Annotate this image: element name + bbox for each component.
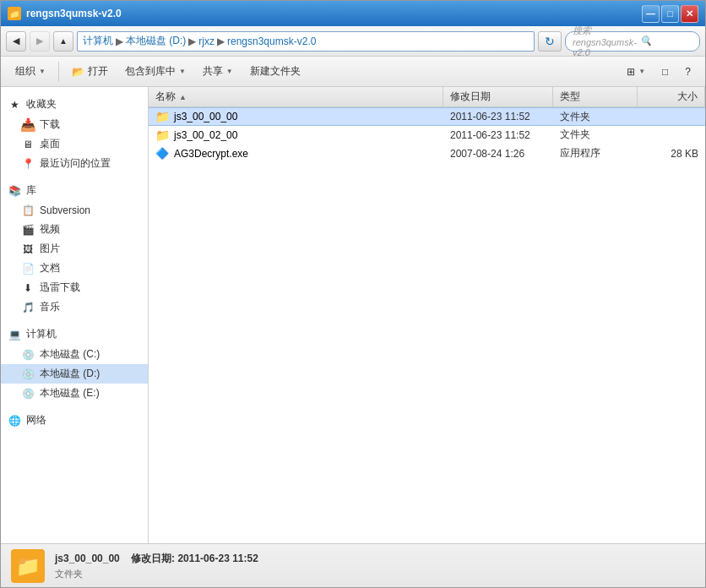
music-label: 音乐 [40, 300, 60, 314]
sidebar-item-desktop[interactable]: 🖥 桌面 [1, 134, 148, 154]
toolbar-separator-1 [58, 62, 59, 82]
sidebar-section-library: 📚 库 📋 Subversion 🎬 视频 🖼 图片 📄 文档 [1, 180, 148, 317]
toolbar: 组织 ▼ 📂 打开 包含到库中 ▼ 共享 ▼ 新建文件夹 ⊞ ▼ □ ? [1, 57, 705, 87]
file-row-2[interactable]: 🔷 AG3Decrypt.exe 2007-08-24 1:26 应用程序 28… [149, 144, 705, 163]
folder-icon-0: 📁 [155, 110, 169, 123]
sidebar-header-library[interactable]: 📚 库 [1, 180, 148, 201]
forward-button[interactable]: ▶ [30, 31, 50, 52]
recent-label: 最近访问的位置 [40, 156, 111, 171]
sidebar-item-subversion[interactable]: 📋 Subversion [1, 201, 148, 220]
view-dropdown-icon: ▼ [638, 68, 645, 75]
file-size-1 [638, 126, 705, 144]
status-name: js3_00_00_00 修改日期: 2011-06-23 11:52 [55, 552, 258, 566]
preview-button[interactable]: □ [654, 60, 676, 84]
addressbar: ◀ ▶ ▲ 计算机 ▶ 本地磁盘 (D:) ▶ rjxz ▶ rengsn3qu… [1, 26, 705, 57]
back-button[interactable]: ◀ [6, 31, 26, 52]
sidebar-item-drive-d[interactable]: 💿 本地磁盘 (D:) [1, 364, 148, 384]
sidebar-item-drive-c[interactable]: 💿 本地磁盘 (C:) [1, 345, 148, 364]
include-button[interactable]: 包含到库中 ▼ [117, 60, 193, 84]
titlebar-buttons: — □ ✕ [642, 5, 698, 23]
new-folder-button[interactable]: 新建文件夹 [242, 60, 308, 84]
open-icon: 📂 [72, 66, 84, 78]
minimize-button[interactable]: — [642, 5, 660, 23]
pictures-icon: 🖼 [21, 242, 35, 256]
sidebar-section-favorites: ★ 收藏夹 📥 下载 🖥 桌面 📍 最近访问的位置 [1, 94, 148, 173]
maximize-button[interactable]: □ [661, 5, 679, 23]
documents-icon: 📄 [21, 262, 35, 275]
sidebar-item-thunder[interactable]: ⬇ 迅雷下载 [1, 278, 148, 297]
explorer-window: 📁 rengsn3qumsk-v2.0 — □ ✕ ◀ ▶ ▲ 计算机 ▶ 本地… [0, 0, 706, 588]
sidebar-network-label: 网络 [26, 413, 46, 427]
video-icon: 🎬 [21, 223, 35, 237]
sidebar-item-video[interactable]: 🎬 视频 [1, 220, 148, 239]
documents-label: 文档 [40, 261, 60, 275]
search-placeholder: 搜索 rengsn3qumsk-v2.0 [573, 24, 637, 57]
address-path[interactable]: 计算机 ▶ 本地磁盘 (D:) ▶ rjxz ▶ rengsn3qumsk-v2… [77, 31, 535, 52]
video-label: 视频 [40, 222, 60, 237]
sort-arrow: ▲ [179, 93, 187, 101]
share-dropdown-icon: ▼ [226, 68, 233, 75]
up-button[interactable]: ▲ [53, 31, 73, 52]
file-row-0[interactable]: 📁 js3_00_00_00 2011-06-23 11:52 文件夹 [149, 107, 705, 126]
open-button[interactable]: 📂 打开 [64, 60, 116, 84]
file-list-header: 名称 ▲ 修改日期 类型 大小 [149, 87, 705, 107]
music-icon: 🎵 [21, 301, 35, 314]
breadcrumb-disk-d[interactable]: 本地磁盘 (D:) [126, 34, 186, 48]
sidebar-header-favorites[interactable]: ★ 收藏夹 [1, 94, 148, 115]
file-row-1[interactable]: 📁 js3_00_02_00 2011-06-23 11:52 文件夹 [149, 126, 705, 144]
sidebar-section-computer: 💻 计算机 💿 本地磁盘 (C:) 💿 本地磁盘 (D:) 💿 本地磁盘 (E:… [1, 324, 148, 403]
sidebar-section-network: 🌐 网络 [1, 410, 148, 431]
window-icon: 📁 [8, 7, 21, 20]
star-icon: ★ [8, 98, 21, 112]
sidebar-item-downloads[interactable]: 📥 下载 [1, 115, 148, 134]
sidebar-header-network[interactable]: 🌐 网络 [1, 410, 148, 431]
sidebar-item-drive-e[interactable]: 💿 本地磁盘 (E:) [1, 384, 148, 403]
statusbar: 📁 js3_00_00_00 修改日期: 2011-06-23 11:52 文件… [1, 543, 705, 587]
sidebar-item-recent[interactable]: 📍 最近访问的位置 [1, 154, 148, 173]
sidebar-item-documents[interactable]: 📄 文档 [1, 259, 148, 278]
sidebar-library-label: 库 [26, 183, 36, 198]
desktop-label: 桌面 [40, 137, 60, 151]
breadcrumb-current[interactable]: rengsn3qumsk-v2.0 [227, 35, 316, 47]
drive-c-icon: 💿 [21, 348, 35, 362]
drive-d-icon: 💿 [21, 368, 35, 381]
search-box[interactable]: 搜索 rengsn3qumsk-v2.0 🔍 [565, 31, 700, 52]
status-info: js3_00_00_00 修改日期: 2011-06-23 11:52 文件夹 [55, 552, 258, 580]
subversion-icon: 📋 [21, 204, 35, 217]
breadcrumb-rjxz[interactable]: rjxz [198, 35, 215, 47]
file-type-0: 文件夹 [553, 108, 638, 125]
file-name-0: 📁 js3_00_00_00 [149, 108, 443, 125]
close-button[interactable]: ✕ [681, 5, 698, 23]
computer-icon: 💻 [8, 328, 21, 341]
drive-e-label: 本地磁盘 (E:) [40, 386, 100, 400]
library-icon: 📚 [8, 184, 21, 198]
organize-dropdown-icon: ▼ [39, 68, 46, 75]
recent-icon: 📍 [21, 157, 35, 171]
status-type: 文件夹 [55, 568, 258, 580]
col-header-date[interactable]: 修改日期 [443, 87, 553, 106]
view-button[interactable]: ⊞ ▼ [619, 60, 653, 84]
col-header-name[interactable]: 名称 ▲ [149, 87, 443, 106]
file-name-1: 📁 js3_00_02_00 [149, 126, 443, 144]
pictures-label: 图片 [40, 242, 60, 256]
col-header-size[interactable]: 大小 [638, 87, 705, 106]
subversion-label: Subversion [40, 204, 90, 216]
organize-button[interactable]: 组织 ▼ [8, 60, 53, 84]
network-icon: 🌐 [8, 414, 21, 427]
breadcrumb-computer[interactable]: 计算机 [83, 34, 113, 48]
thunder-label: 迅雷下载 [40, 280, 80, 295]
refresh-button[interactable]: ↻ [538, 31, 562, 52]
sidebar-item-pictures[interactable]: 🖼 图片 [1, 239, 148, 259]
file-date-0: 2011-06-23 11:52 [443, 108, 553, 125]
file-type-2: 应用程序 [553, 144, 638, 162]
sidebar-item-music[interactable]: 🎵 音乐 [1, 297, 148, 317]
share-button[interactable]: 共享 ▼ [195, 60, 241, 84]
sidebar-header-computer[interactable]: 💻 计算机 [1, 324, 148, 345]
drive-d-label: 本地磁盘 (D:) [40, 367, 100, 381]
file-date-1: 2011-06-23 11:52 [443, 126, 553, 144]
help-button[interactable]: ? [677, 60, 698, 84]
col-header-type[interactable]: 类型 [553, 87, 638, 106]
include-dropdown-icon: ▼ [179, 68, 186, 75]
file-name-2: 🔷 AG3Decrypt.exe [149, 144, 443, 162]
window-title: rengsn3qumsk-v2.0 [26, 8, 642, 19]
